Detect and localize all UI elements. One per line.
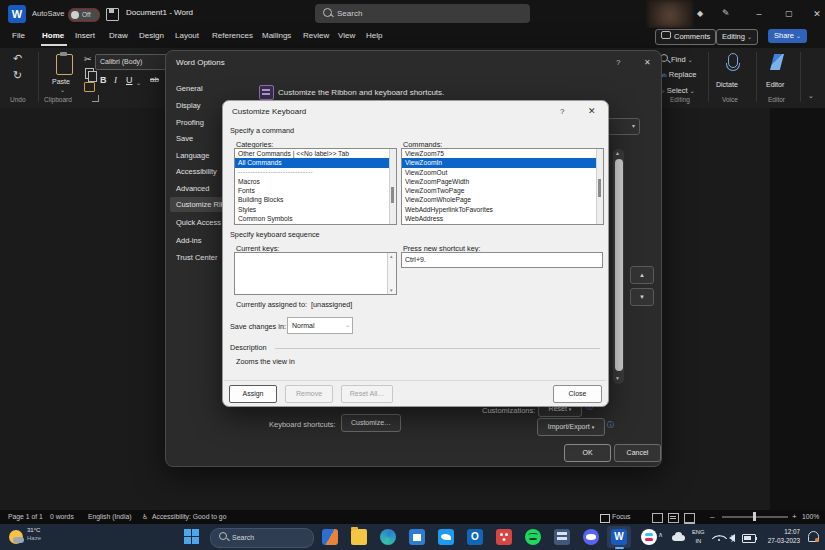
category-item[interactable]: Other Commands | <<No label>> Tab xyxy=(235,149,396,158)
category-item-selected[interactable]: All Commands xyxy=(235,158,396,167)
onedrive-cloud-icon[interactable] xyxy=(672,535,685,541)
tab-draw[interactable]: Draw xyxy=(109,31,128,40)
tab-insert[interactable]: Insert xyxy=(75,31,95,40)
print-layout-icon[interactable] xyxy=(668,513,679,523)
command-item[interactable]: WebAddHyperlinkToFavorites xyxy=(402,205,603,214)
editing-mode-button[interactable]: Editing ⌄ xyxy=(716,29,758,45)
category-item[interactable]: Fonts xyxy=(235,186,396,195)
weather-icon[interactable] xyxy=(9,530,23,544)
close-button[interactable]: Close xyxy=(553,385,602,403)
web-layout-icon[interactable] xyxy=(684,513,695,524)
zoom-out-button[interactable]: – xyxy=(710,512,714,521)
ribbon-list-scrollbar[interactable]: ▲ ▼ xyxy=(613,149,624,384)
paste-button[interactable]: Paste xyxy=(52,78,70,85)
volume-icon[interactable] xyxy=(729,534,735,542)
undo-icon[interactable]: ↶ xyxy=(13,52,22,65)
find-button[interactable]: Find ⌄ xyxy=(660,54,693,64)
tab-references[interactable]: References xyxy=(212,31,253,40)
tab-layout[interactable]: Layout xyxy=(175,31,199,40)
underline-dropdown-icon[interactable]: ⌄ xyxy=(136,79,141,86)
focus-mode-button[interactable]: Focus xyxy=(612,513,631,520)
dictate-button[interactable]: Dictate xyxy=(716,81,738,88)
repeat-icon[interactable]: ↻ xyxy=(13,69,22,82)
scroll-up-icon[interactable]: ▲ xyxy=(389,254,393,259)
file-explorer-icon[interactable] xyxy=(351,529,367,545)
move-down-button[interactable]: ▼ xyxy=(630,288,654,306)
search-input[interactable]: Search xyxy=(315,4,530,23)
cut-icon[interactable]: ✂ xyxy=(84,54,92,64)
scroll-down-icon[interactable]: ▼ xyxy=(615,375,620,381)
start-button[interactable] xyxy=(184,529,200,545)
outlook-icon[interactable]: O xyxy=(467,529,483,545)
word-count[interactable]: 0 words xyxy=(50,513,74,520)
save-icon[interactable] xyxy=(106,8,119,21)
close-icon[interactable]: ✕ xyxy=(644,58,651,67)
scrollbar-thumb[interactable] xyxy=(391,187,394,203)
info-icon[interactable]: ⓘ xyxy=(607,420,614,430)
calculator-icon[interactable] xyxy=(554,529,570,545)
category-item[interactable]: Common Symbols xyxy=(235,214,396,223)
word-taskbar-button-active[interactable]: W xyxy=(607,526,631,548)
collapse-ribbon-icon[interactable]: ⌄ xyxy=(808,92,814,100)
help-icon[interactable]: ? xyxy=(616,58,620,67)
taskbar-search[interactable]: Search xyxy=(210,528,314,548)
categories-scrollbar[interactable] xyxy=(389,149,396,224)
tray-overflow-chevron-icon[interactable]: ∧ xyxy=(658,531,663,539)
tab-design[interactable]: Design xyxy=(139,31,164,40)
scrollbar-thumb[interactable] xyxy=(598,179,601,197)
wifi-icon[interactable] xyxy=(714,533,724,541)
tab-help[interactable]: Help xyxy=(366,31,382,40)
tab-review[interactable]: Review xyxy=(303,31,329,40)
clipboard-dialog-launcher[interactable] xyxy=(92,95,99,102)
shortcut-key-input[interactable]: Ctrl+9. xyxy=(401,252,603,268)
dictate-microphone-icon[interactable] xyxy=(728,53,738,68)
category-item[interactable]: Macros xyxy=(235,177,396,186)
command-item[interactable]: ViewZoomWholePage xyxy=(402,195,603,204)
command-item[interactable]: ViewZoom75 xyxy=(402,149,603,158)
word-app-icon[interactable]: W xyxy=(8,5,26,23)
format-painter-icon[interactable] xyxy=(84,82,95,92)
categories-listbox[interactable]: Other Commands | <<No label>> Tab All Co… xyxy=(234,148,397,225)
scrollbar-thumb[interactable] xyxy=(615,159,623,371)
user-account-blurred[interactable] xyxy=(648,0,692,28)
autosave-toggle[interactable]: Off xyxy=(68,8,100,22)
edge-browser-icon[interactable] xyxy=(380,529,396,545)
weather-temperature[interactable]: 31°C xyxy=(27,527,40,533)
font-name-combobox[interactable]: Calibri (Body) xyxy=(95,54,169,70)
command-item[interactable]: ViewZoomPageWidth xyxy=(402,177,603,186)
spotify-icon[interactable] xyxy=(525,529,541,545)
premium-gem-icon[interactable]: ◆ xyxy=(697,9,703,18)
italic-button[interactable]: I xyxy=(114,75,117,85)
replace-button[interactable]: ab Replace xyxy=(660,70,696,79)
ink-pencil-icon[interactable]: ✎ xyxy=(722,8,730,18)
commands-listbox[interactable]: ViewZoom75 ViewZoomIn ViewZoomOut ViewZo… xyxy=(401,148,604,225)
zoom-slider-thumb[interactable] xyxy=(753,512,756,521)
editor-pencil-icon[interactable] xyxy=(770,54,784,70)
assign-button[interactable]: Assign xyxy=(229,385,277,403)
twitter-icon[interactable] xyxy=(438,529,454,545)
scroll-up-icon[interactable]: ▲ xyxy=(615,150,620,156)
notification-bell-icon[interactable] xyxy=(808,531,819,542)
current-keys-listbox[interactable]: ▲ ▼ xyxy=(234,252,397,295)
command-item-selected[interactable]: ViewZoomIn xyxy=(402,158,603,167)
tab-file[interactable]: File xyxy=(12,31,25,40)
commands-scrollbar[interactable] xyxy=(596,149,603,224)
clock[interactable]: 12:0727-03-2023 xyxy=(756,527,800,545)
paste-dropdown-icon[interactable]: ⌄ xyxy=(60,86,65,93)
minimize-button[interactable]: – xyxy=(748,7,770,21)
accessibility-status[interactable]: Accessibility: Good to go xyxy=(152,513,226,520)
strikethrough-button[interactable]: ab xyxy=(150,75,159,84)
zoom-level[interactable]: 100% xyxy=(802,513,819,520)
remove-button[interactable]: Remove xyxy=(285,385,333,403)
ok-button[interactable]: OK xyxy=(564,444,611,462)
copy-icon[interactable] xyxy=(85,68,94,79)
command-item[interactable]: ViewZoomOut xyxy=(402,168,603,177)
move-up-button[interactable]: ▲ xyxy=(630,266,654,284)
underline-button[interactable]: U xyxy=(126,75,133,85)
language-switcher[interactable]: ENGIN xyxy=(692,528,705,546)
slack-icon[interactable] xyxy=(641,529,657,545)
red-app-icon[interactable] xyxy=(496,529,512,545)
command-item[interactable]: ViewZoomTwoPage xyxy=(402,186,603,195)
sidebar-item-general[interactable]: General xyxy=(170,81,251,96)
choose-commands-dropdown[interactable]: ▾ xyxy=(607,118,640,135)
